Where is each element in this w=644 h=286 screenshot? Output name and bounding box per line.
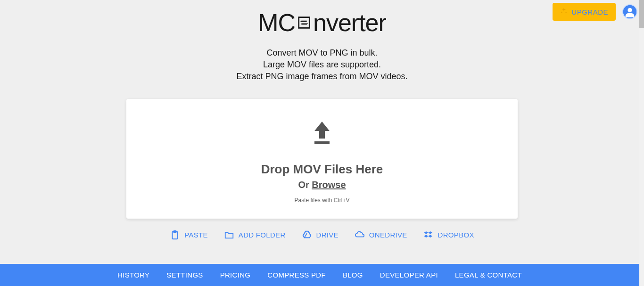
logo-pre: MC xyxy=(258,8,295,37)
onedrive-label: ONEDRIVE xyxy=(369,231,407,239)
dropbox-button[interactable]: DROPBOX xyxy=(423,230,474,240)
svg-rect-2 xyxy=(314,141,330,144)
clipboard-icon xyxy=(170,230,180,240)
subtitle-line3: Extract PNG image frames from MOV videos… xyxy=(0,71,644,82)
sparkle-icon xyxy=(560,7,568,16)
dropbox-label: DROPBOX xyxy=(438,231,474,239)
subtitle: Convert MOV to PNG in bulk. Large MOV fi… xyxy=(0,47,644,83)
svg-rect-4 xyxy=(174,230,177,232)
subtitle-line1: Convert MOV to PNG in bulk. xyxy=(0,47,644,59)
logo-post: nverter xyxy=(313,8,386,37)
dropzone-or: Or Browse xyxy=(136,180,508,190)
dropzone-hint: Paste files with Ctrl+V xyxy=(136,197,508,204)
swap-icon xyxy=(296,15,312,31)
avatar[interactable] xyxy=(622,4,637,19)
person-icon xyxy=(623,5,636,18)
footer-legal[interactable]: LEGAL & CONTACT xyxy=(455,271,522,279)
scrollbar-track[interactable] xyxy=(639,0,644,286)
footer-settings[interactable]: SETTINGS xyxy=(166,271,203,279)
onedrive-button[interactable]: ONEDRIVE xyxy=(355,230,407,240)
footer-blog[interactable]: BLOG xyxy=(343,271,363,279)
subtitle-line2: Large MOV files are supported. xyxy=(0,59,644,71)
upgrade-label: UPGRADE xyxy=(571,8,608,16)
browse-link[interactable]: Browse xyxy=(312,180,346,190)
footer-api[interactable]: DEVELOPER API xyxy=(380,271,438,279)
drive-icon xyxy=(302,230,312,240)
footer-nav: HISTORY SETTINGS PRICING COMPRESS PDF BL… xyxy=(0,264,639,286)
logo: MC nverter xyxy=(258,8,386,37)
folder-icon xyxy=(224,230,234,240)
dropzone[interactable]: Drop MOV Files Here Or Browse Paste file… xyxy=(126,99,518,219)
dropzone-title: Drop MOV Files Here xyxy=(136,162,508,177)
footer-compress[interactable]: COMPRESS PDF xyxy=(267,271,326,279)
addfolder-button[interactable]: ADD FOLDER xyxy=(224,230,286,240)
onedrive-icon xyxy=(355,230,365,240)
drive-label: DRIVE xyxy=(316,231,339,239)
footer-history[interactable]: HISTORY xyxy=(117,271,149,279)
svg-point-1 xyxy=(627,8,632,12)
upload-icon xyxy=(136,120,508,148)
paste-button[interactable]: PASTE xyxy=(170,230,208,240)
paste-label: PASTE xyxy=(184,231,208,239)
footer-pricing[interactable]: PRICING xyxy=(220,271,251,279)
drive-button[interactable]: DRIVE xyxy=(302,230,339,240)
addfolder-label: ADD FOLDER xyxy=(239,231,286,239)
scrollbar-thumb[interactable] xyxy=(639,0,644,28)
dropbox-icon xyxy=(423,230,434,240)
upgrade-button[interactable]: UPGRADE xyxy=(553,3,616,21)
